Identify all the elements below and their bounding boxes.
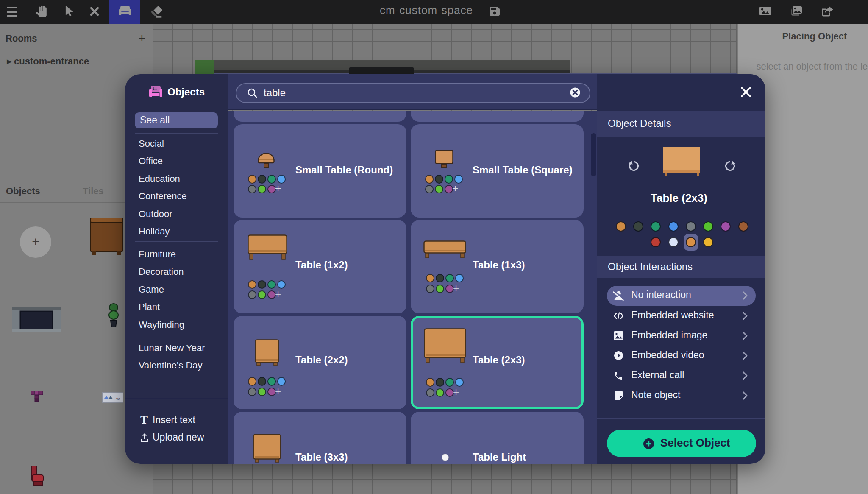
svg-text:W: W <box>116 397 120 401</box>
